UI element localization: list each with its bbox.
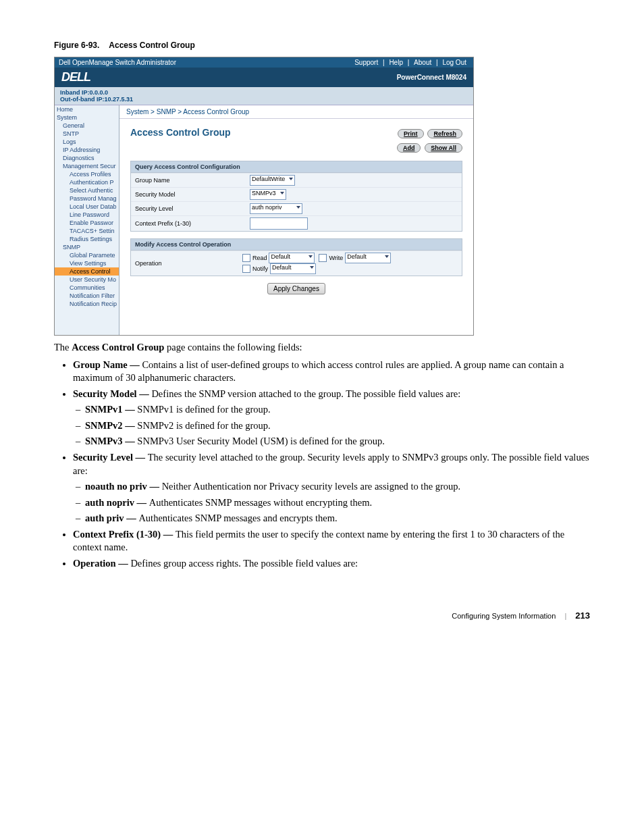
tree-item[interactable]: TACACS+ Settin	[55, 227, 119, 235]
tree-item[interactable]: System	[55, 113, 119, 122]
tree-item[interactable]: Access Control	[55, 267, 119, 276]
oob-ip: Out-of-band IP:10.27.5.31	[60, 96, 468, 103]
op-checkbox[interactable]	[242, 254, 250, 262]
tree-item[interactable]: Global Paramete	[55, 251, 119, 259]
page-title: Access Control Group	[130, 127, 231, 138]
help-link[interactable]: Help	[389, 59, 403, 66]
tree-item[interactable]: SNMP	[55, 243, 119, 251]
figure-caption: Figure 6-93.Access Control Group	[54, 41, 590, 50]
figure-title: Access Control Group	[109, 41, 194, 50]
field-subitem: auth priv — Authenticates SNMP messages …	[85, 512, 590, 525]
op-select[interactable]: Default	[269, 253, 315, 263]
intro-text-a: The	[54, 342, 72, 353]
op-name: Read	[252, 255, 267, 261]
tree-item[interactable]: View Settings	[55, 259, 119, 267]
support-link[interactable]: Support	[354, 59, 378, 66]
field-subitem: SNMPv1 — SNMPv1 is defined for the group…	[85, 403, 590, 417]
footer-separator: |	[564, 612, 566, 620]
show-all-button[interactable]: Show All	[425, 143, 462, 153]
figure-number: Figure 6-93.	[54, 41, 99, 50]
breadcrumb: System > SNMP > Access Control Group	[119, 105, 473, 119]
apply-changes-button[interactable]: Apply Changes	[267, 283, 325, 294]
tree-item[interactable]: Notification Recip	[55, 300, 119, 308]
field-subitem: auth nopriv — Authenticates SNMP message…	[85, 496, 590, 510]
logout-link[interactable]: Log Out	[442, 59, 466, 66]
security-model-label: Security Model	[135, 191, 250, 198]
query-panel-header: Query Access Control Configuration	[131, 161, 462, 173]
topbar-links: Support | Help | About | Log Out	[352, 59, 469, 66]
tree-item[interactable]: Home	[55, 105, 119, 113]
tree-item[interactable]: Enable Passwor	[55, 219, 119, 227]
group-name-select[interactable]: DefaultWrite	[250, 175, 295, 186]
op-name: Write	[329, 255, 343, 261]
tree-item[interactable]: Local User Datab	[55, 203, 119, 211]
page-title-row: Access Control Group Print Refresh Add S…	[130, 127, 462, 153]
field-subitem: SNMPv3 — SNMPv3 User Security Model (USM…	[85, 435, 590, 448]
field-item: Operation — Defines group access rights.…	[73, 557, 590, 571]
field-subitem: SNMPv2 — SNMPv2 is defined for the group…	[85, 419, 590, 433]
page-number: 213	[575, 610, 590, 621]
footer-section: Configuring System Information	[452, 612, 556, 620]
tree-item[interactable]: SNTP	[55, 130, 119, 138]
op-select[interactable]: Default	[270, 263, 316, 274]
refresh-button[interactable]: Refresh	[427, 129, 462, 138]
add-button[interactable]: Add	[397, 143, 421, 153]
intro-text-b: Access Control Group	[72, 342, 164, 353]
field-item: Security Level — The security level atta…	[73, 451, 590, 525]
app-titlebar: Dell OpenManage Switch Administrator Sup…	[55, 57, 473, 68]
security-level-select[interactable]: auth nopriv	[250, 203, 302, 214]
tree-item[interactable]: Management Secur	[55, 162, 119, 170]
dell-logo: DELL	[61, 70, 90, 84]
field-item: Group Name — Contains a list of user-def…	[73, 359, 590, 385]
screenshot: Dell OpenManage Switch Administrator Sup…	[54, 57, 474, 336]
op-name: Notify	[252, 265, 268, 272]
tree-item[interactable]: Authentication P	[55, 178, 119, 186]
page-footer: Configuring System Information | 213	[54, 610, 590, 621]
tree-item[interactable]: Diagnostics	[55, 154, 119, 162]
op-select[interactable]: Default	[345, 253, 391, 263]
app-title: Dell OpenManage Switch Administrator	[59, 59, 176, 66]
op-checkbox[interactable]	[319, 254, 327, 262]
tree-item[interactable]: Notification Filter	[55, 292, 119, 300]
field-item: Context Prefix (1-30) — This field permi…	[73, 528, 590, 554]
print-button[interactable]: Print	[398, 129, 424, 138]
tree-item[interactable]: Communities	[55, 284, 119, 292]
tree-item[interactable]: Radius Settings	[55, 235, 119, 243]
tree-item[interactable]: Line Password	[55, 211, 119, 219]
intro-text-c: page contains the following fields:	[164, 342, 302, 353]
main-area: System > SNMP > Access Control Group Acc…	[119, 105, 473, 335]
modify-panel-header: Modify Access Control Operation	[131, 239, 462, 251]
about-link[interactable]: About	[414, 59, 431, 66]
context-prefix-input[interactable]	[250, 217, 308, 230]
security-level-label: Security Level	[135, 205, 250, 212]
field-item: Security Model — Defines the SNMP versio…	[73, 388, 590, 448]
tree-item[interactable]: Logs	[55, 138, 119, 146]
query-panel: Query Access Control Configuration Group…	[130, 161, 462, 232]
tree-item[interactable]: Select Authentic	[55, 186, 119, 194]
tree-item[interactable]: User Security Mo	[55, 276, 119, 284]
operation-label: Operation	[135, 260, 242, 267]
branding-bar: DELL PowerConnect M8024	[55, 68, 473, 87]
tree-item[interactable]: IP Addressing	[55, 146, 119, 154]
nav-tree[interactable]: HomeSystemGeneralSNTPLogsIP AddressingDi…	[55, 105, 119, 335]
op-checkbox[interactable]	[242, 265, 250, 273]
ip-bar: Inband IP:0.0.0.0 Out-of-band IP:10.27.5…	[55, 87, 473, 105]
security-model-select[interactable]: SNMPv3	[250, 189, 286, 200]
inband-ip: Inband IP:0.0.0.0	[60, 89, 468, 96]
field-subitem: noauth no priv — Neither Authentication …	[85, 480, 590, 494]
context-prefix-label: Context Prefix (1-30)	[135, 220, 250, 227]
body-text: The Access Control Group page contains t…	[54, 341, 590, 570]
modify-panel: Modify Access Control Operation Operatio…	[130, 238, 462, 276]
tree-item[interactable]: Password Manag	[55, 194, 119, 203]
product-model: PowerConnect M8024	[397, 74, 466, 81]
tree-item[interactable]: General	[55, 122, 119, 130]
group-name-label: Group Name	[135, 177, 250, 184]
tree-item[interactable]: Access Profiles	[55, 170, 119, 178]
